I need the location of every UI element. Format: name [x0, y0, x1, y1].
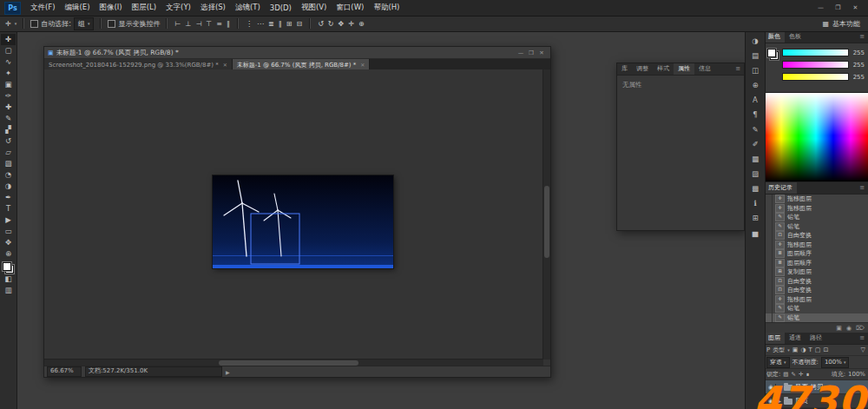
tab-close-icon[interactable]: ✕ [223, 62, 227, 68]
history-brush-tool[interactable]: ↺ [1, 135, 16, 147]
shape-tool[interactable]: ▭ [1, 226, 16, 237]
align-left-edges-icon[interactable]: ⊢ [174, 20, 181, 28]
filter-type-layers-icon[interactable]: T [808, 346, 812, 353]
doc-close-button[interactable]: ✕ [536, 49, 547, 56]
lock-position-icon[interactable]: ✛ [799, 371, 803, 378]
history-state[interactable]: ⊡自由变换 [764, 277, 868, 287]
fill-value[interactable]: 100% [848, 371, 865, 378]
paragraph-panel-icon[interactable]: ¶ [748, 109, 762, 120]
rectangular-marquee-tool[interactable]: ▢ [1, 45, 16, 56]
crop-tool[interactable]: ▣ [1, 79, 16, 90]
red-channel-value[interactable]: 255 [852, 49, 865, 56]
auto-select-dropdown[interactable]: 组 ▾ [74, 17, 95, 30]
tab-styles[interactable]: 样式 [653, 63, 674, 75]
patterns-panel-icon[interactable]: ▩ [748, 183, 762, 194]
filter-pixel-layers-icon[interactable]: ▣ [792, 346, 799, 353]
swatches-panel-icon[interactable]: ▦ [748, 154, 762, 164]
filter-smart-objects-icon[interactable]: ⊡ [823, 346, 828, 353]
filter-toggle-icon[interactable]: ▽ [861, 346, 865, 353]
tab-swatches[interactable]: 色板 [785, 31, 806, 43]
align-vertical-centers-icon[interactable]: ≡ [215, 20, 223, 28]
info-panel-icon[interactable]: ℹ [748, 198, 762, 208]
menu-help[interactable]: 帮助(H) [369, 1, 404, 15]
distribute-hcenter-icon[interactable]: ⊞ [286, 20, 293, 28]
window-close-button[interactable]: ✕ [847, 3, 864, 13]
history-state[interactable]: ✛拖移图层 [764, 204, 868, 214]
color-panel-swatches[interactable] [767, 49, 779, 60]
menu-3d[interactable]: 3D(D) [266, 2, 296, 14]
tool-preset-icon[interactable]: ✛ [4, 20, 12, 28]
screen-mode-button[interactable]: ▥ [1, 285, 16, 296]
auto-select-checkbox[interactable] [30, 20, 38, 28]
filter-type-label[interactable]: 类型 [773, 346, 785, 354]
brush-tool[interactable]: ✎ [1, 113, 16, 124]
adjustments-panel-icon[interactable]: ◑ [748, 36, 762, 46]
doc-minimize-button[interactable]: — [516, 49, 526, 56]
window-restore-button[interactable]: ❐ [830, 3, 846, 13]
tab-layers[interactable]: 图层 [764, 333, 785, 344]
dodge-tool[interactable]: ◑ [1, 181, 16, 192]
history-state[interactable]: ✎铅笔 [764, 222, 868, 232]
libraries-panel-icon[interactable]: ◫ [748, 65, 762, 76]
lock-pixels-icon[interactable]: ✎ [792, 371, 796, 378]
canvas-artwork[interactable] [213, 175, 393, 268]
window-minimize-button[interactable]: — [812, 3, 829, 13]
3d-drag-icon[interactable]: ✥ [338, 20, 345, 28]
type-tool[interactable]: T [1, 203, 16, 214]
zoom-tool[interactable]: ⊕ [1, 248, 16, 260]
workspace-switcher[interactable]: ▦ 基本功能 [821, 19, 864, 29]
history-state[interactable]: ⊡自由变换 [764, 286, 868, 295]
tab-paths[interactable]: 路径 [806, 333, 826, 344]
canvas-area[interactable] [44, 69, 543, 360]
history-state[interactable]: ⊡自由变换 [764, 231, 868, 241]
menu-edit[interactable]: 编辑(E) [61, 1, 95, 15]
lock-all-icon[interactable]: ∎ [806, 371, 809, 378]
lock-transparency-icon[interactable]: ▨ [783, 371, 788, 378]
blue-channel-value[interactable]: 255 [852, 74, 865, 81]
history-state[interactable]: ⊞复制图层 [764, 267, 868, 277]
hand-tool[interactable]: ✥ [1, 237, 16, 248]
menu-filter[interactable]: 滤镜(T) [231, 1, 265, 15]
panel-menu-icon[interactable]: ≡ [859, 333, 868, 344]
tab-close-icon[interactable]: ✕ [360, 62, 365, 68]
blue-channel-slider[interactable] [782, 73, 849, 81]
styles-panel-icon[interactable]: ▤ [748, 50, 762, 61]
character-panel-icon[interactable]: A [748, 95, 762, 105]
history-state[interactable]: ≣图层顺序 [764, 249, 868, 259]
align-horizontal-centers-icon[interactable]: ⊥ [184, 20, 192, 28]
align-bottom-edges-icon[interactable]: ∥ [226, 20, 231, 28]
eraser-tool[interactable]: ▱ [1, 147, 16, 158]
panel-menu-icon[interactable]: ≡ [735, 63, 744, 75]
opacity-dropdown[interactable]: 100% ▾ [821, 357, 850, 368]
history-state[interactable]: ✎铅笔 [764, 213, 868, 222]
delete-state-icon[interactable]: ⌦ [856, 325, 865, 332]
move-tool[interactable]: ✛ [1, 34, 16, 45]
histogram-panel-icon[interactable]: ▅ [748, 228, 762, 238]
3d-rotate-icon[interactable]: ↺ [317, 20, 325, 28]
green-channel-value[interactable]: 255 [852, 62, 865, 69]
gradients-panel-icon[interactable]: ▨ [748, 168, 762, 179]
brushes-panel-icon[interactable]: ✐ [748, 139, 762, 149]
history-state[interactable]: ✛拖移图层 [764, 241, 868, 250]
distribute-right-icon[interactable]: ⊟ [295, 20, 303, 28]
vertical-scrollbar[interactable] [542, 69, 550, 360]
tool-preset-caret-icon[interactable]: ▾ [15, 21, 17, 26]
menu-select[interactable]: 选择(S) [196, 1, 230, 15]
menu-view[interactable]: 视图(V) [297, 1, 331, 15]
menu-file[interactable]: 文件(F) [26, 1, 60, 15]
tab-properties[interactable]: 属性 [674, 63, 694, 75]
new-snapshot-icon[interactable]: ◉ [846, 325, 852, 332]
tab-history[interactable]: 历史记录 [764, 182, 797, 194]
navigator-panel-icon[interactable]: ⊞ [748, 213, 762, 223]
panel-menu-icon[interactable]: ≡ [859, 182, 868, 194]
3d-scale-icon[interactable]: ⊕ [358, 20, 365, 28]
history-state[interactable]: ✛拖移图层 [764, 295, 868, 305]
clone-source-panel-icon[interactable]: ⊕ [748, 80, 762, 90]
color-spectrum-picker[interactable] [764, 92, 868, 182]
distribute-left-icon[interactable]: ∥ [278, 20, 283, 28]
tab-info[interactable]: 信息 [694, 63, 715, 75]
chevron-down-icon[interactable]: ▾ [787, 347, 790, 353]
clone-stamp-tool[interactable]: ▞ [1, 124, 16, 135]
tab-libraries[interactable]: 库 [617, 63, 632, 75]
history-state-current[interactable]: ✎铅笔 [764, 313, 868, 323]
